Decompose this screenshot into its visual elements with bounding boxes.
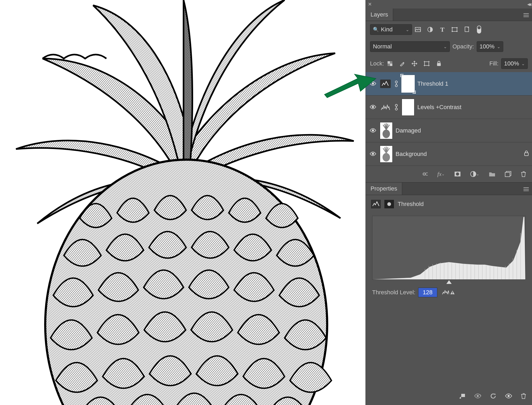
chevron-down-icon: ⌄ — [406, 27, 409, 32]
filter-toggle[interactable] — [476, 26, 482, 33]
svg-rect-41 — [525, 153, 528, 156]
filter-smart-icon[interactable] — [464, 26, 470, 33]
layer-background[interactable]: Background — [366, 142, 532, 166]
panel-menu-icon[interactable] — [520, 11, 532, 18]
add-adjustment-icon[interactable]: ⌄ — [470, 171, 479, 177]
properties-header: Threshold — [366, 195, 532, 213]
svg-point-33 — [395, 108, 397, 110]
filter-adjustment-icon[interactable] — [427, 26, 433, 33]
lock-all-icon[interactable] — [436, 60, 442, 67]
layer-name[interactable]: Levels +Contrast — [417, 104, 462, 111]
svg-rect-12 — [452, 27, 453, 28]
svg-point-40 — [383, 153, 390, 162]
layer-thumbnail[interactable] — [380, 122, 392, 139]
layer-filter-kind-select[interactable]: 🔍 Kind ⌄ — [370, 24, 412, 35]
svg-rect-14 — [452, 31, 453, 32]
chevron-down-icon: ⌄ — [443, 44, 447, 49]
new-group-icon[interactable] — [489, 171, 495, 177]
filter-type-icon[interactable]: T — [439, 26, 446, 33]
view-previous-icon[interactable] — [474, 393, 481, 399]
link-mask-icon[interactable] — [394, 80, 399, 87]
delete-adjustment-icon[interactable] — [521, 393, 526, 399]
layer-name[interactable]: Damaged — [396, 127, 421, 134]
visibility-toggle[interactable] — [369, 127, 377, 134]
clip-to-layer-icon[interactable] — [459, 393, 466, 399]
delete-layer-icon[interactable] — [521, 171, 526, 177]
properties-panel-tabs: Properties — [366, 183, 532, 195]
threshold-level-input[interactable] — [418, 288, 437, 297]
lock-pixels-icon[interactable] — [399, 60, 405, 67]
svg-rect-18 — [388, 61, 390, 64]
levels-adjustment-icon — [380, 103, 391, 111]
blend-opacity-row: Normal ⌄ Opacity: 100% ⌄ — [366, 38, 532, 55]
toggle-visibility-icon[interactable] — [505, 393, 512, 399]
lock-label: Lock: — [370, 60, 384, 67]
opacity-input[interactable]: 100% ⌄ — [477, 41, 503, 52]
adjustment-name: Threshold — [398, 201, 424, 208]
properties-bottom-toolbar — [366, 389, 532, 405]
panel-header-bar: ✕ ◀◀ — [366, 0, 532, 9]
svg-rect-74 — [452, 292, 453, 293]
layer-name[interactable]: Threshold 1 — [417, 80, 448, 87]
svg-rect-76 — [461, 394, 465, 397]
layer-effects-icon[interactable]: fx⌄ — [437, 171, 445, 177]
layer-filter-row: 🔍 Kind ⌄ T — [366, 21, 532, 38]
layers-bottom-toolbar: fx⌄ ⌄ — [366, 166, 532, 183]
svg-point-38 — [372, 153, 374, 155]
svg-point-77 — [477, 395, 479, 397]
lock-icon[interactable] — [524, 151, 529, 158]
slider-handle[interactable] — [446, 280, 452, 284]
threshold-histogram[interactable] — [372, 216, 526, 280]
tab-properties[interactable]: Properties — [366, 183, 402, 195]
visibility-toggle[interactable] — [369, 104, 377, 111]
opacity-label: Opacity: — [452, 43, 474, 50]
lock-artboard-icon[interactable] — [423, 60, 430, 67]
layer-levels-contrast[interactable]: Levels +Contrast — [366, 96, 532, 119]
lock-transparency-icon[interactable] — [387, 60, 393, 67]
threshold-icon — [371, 200, 381, 208]
threshold-level-label: Threshold Level: — [372, 289, 415, 296]
chevron-down-icon: ⌄ — [521, 61, 525, 66]
blend-mode-select[interactable]: Normal ⌄ — [370, 41, 450, 52]
layer-name[interactable]: Background — [396, 151, 427, 158]
fill-input[interactable]: 100% ⌄ — [501, 58, 528, 69]
threshold-level-row: Threshold Level: — [366, 288, 532, 297]
link-layers-icon[interactable] — [421, 171, 428, 177]
panel-menu-icon[interactable] — [520, 185, 532, 192]
new-layer-icon[interactable] — [505, 171, 511, 177]
lock-position-icon[interactable] — [411, 60, 418, 67]
close-icon[interactable]: ✕ — [368, 1, 372, 7]
threshold-slider[interactable] — [372, 281, 526, 284]
fill-label: Fill: — [489, 60, 498, 67]
threshold-adjustment-icon — [380, 80, 391, 88]
svg-rect-11 — [452, 28, 457, 31]
mask-icon[interactable] — [384, 200, 394, 208]
svg-rect-13 — [456, 27, 458, 28]
annotation-arrow — [323, 71, 376, 101]
svg-point-31 — [372, 106, 374, 108]
layer-mask-thumb[interactable] — [402, 99, 414, 115]
layer-mask-thumb[interactable] — [402, 76, 414, 92]
clip-preview-icon[interactable] — [442, 290, 455, 295]
layer-threshold-1[interactable]: Threshold 1 — [366, 72, 532, 96]
right-panels: ✕ ◀◀ Layers 🔍 Kind ⌄ T Normal ⌄ Opacity: — [365, 0, 532, 405]
layer-list: Threshold 1 Levels +Contrast Damaged Bac… — [366, 72, 532, 166]
layer-filter-icons: T — [415, 26, 482, 33]
tab-layers[interactable]: Layers — [366, 9, 393, 21]
document-canvas[interactable] — [0, 0, 365, 405]
filter-shape-icon[interactable] — [451, 26, 458, 33]
lock-fill-row: Lock: Fill: 100% ⌄ — [366, 55, 532, 72]
opacity-value: 100% — [480, 43, 494, 50]
add-mask-icon[interactable] — [454, 171, 461, 177]
layer-damaged[interactable]: Damaged — [366, 119, 532, 142]
reset-icon[interactable] — [490, 393, 496, 399]
visibility-toggle[interactable] — [369, 151, 377, 158]
collapse-panel-icon[interactable]: ◀◀ — [527, 2, 530, 6]
svg-point-32 — [395, 104, 397, 106]
filter-pixel-icon[interactable] — [415, 26, 421, 33]
link-mask-icon[interactable] — [394, 104, 399, 111]
svg-point-78 — [508, 395, 510, 397]
fill-value: 100% — [504, 60, 519, 67]
svg-rect-15 — [456, 31, 458, 32]
layer-thumbnail[interactable] — [380, 146, 392, 162]
